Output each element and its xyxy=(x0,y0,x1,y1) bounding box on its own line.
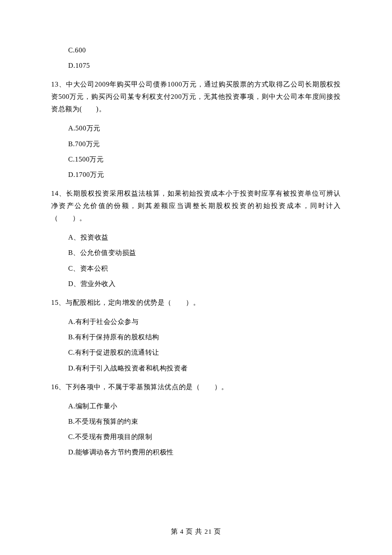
question-15-option-d: D.有利于引入战略投资者和机构投资者 xyxy=(68,365,341,372)
question-14-stem: 14、长期股权投资采用权益法核算，如果初始投资成本小于投资时应享有被投资单位可辨… xyxy=(51,188,341,225)
prev-option-d: D.1075 xyxy=(68,62,341,69)
question-15-stem: 15、与配股相比，定向增发的优势是（ ）。 xyxy=(51,297,341,309)
question-13-option-c: C.1500万元 xyxy=(68,156,341,163)
question-14-option-a: A、投资收益 xyxy=(68,234,341,241)
prev-option-c: C.600 xyxy=(68,47,341,54)
question-16-stem: 16、下列各项中，不属于零基预算法优点的是（ ）。 xyxy=(51,381,341,393)
question-13-option-a: A.500万元 xyxy=(68,125,341,132)
question-13-option-b: B.700万元 xyxy=(68,141,341,147)
page-footer: 第 4 页 共 21 页 xyxy=(0,528,392,535)
page: C.600 D.1075 13、中大公司2009年购买甲公司债券1000万元，通… xyxy=(0,0,392,555)
question-16-option-c: C.不受现有费用项目的限制 xyxy=(68,434,341,440)
question-15-option-c: C.有利于促进股权的流通转让 xyxy=(68,349,341,356)
question-15-option-b: B.有利于保持原有的股权结构 xyxy=(68,334,341,341)
question-14-option-d: D、营业外收入 xyxy=(68,280,341,287)
question-14-option-c: C、资本公积 xyxy=(68,265,341,272)
question-13-stem: 13、中大公司2009年购买甲公司债券1000万元，通过购买股票的方式取得乙公司… xyxy=(51,78,341,116)
question-16-option-d: D.能够调动各方节约费用的积极性 xyxy=(68,449,341,456)
question-16-option-a: A.编制工作量小 xyxy=(68,403,341,410)
question-15-option-a: A.有利于社会公众参与 xyxy=(68,318,341,325)
question-14-option-b: B、公允价值变动损益 xyxy=(68,249,341,256)
question-16-option-b: B.不受现有预算的约束 xyxy=(68,418,341,425)
question-13-option-d: D.1700万元 xyxy=(68,171,341,178)
